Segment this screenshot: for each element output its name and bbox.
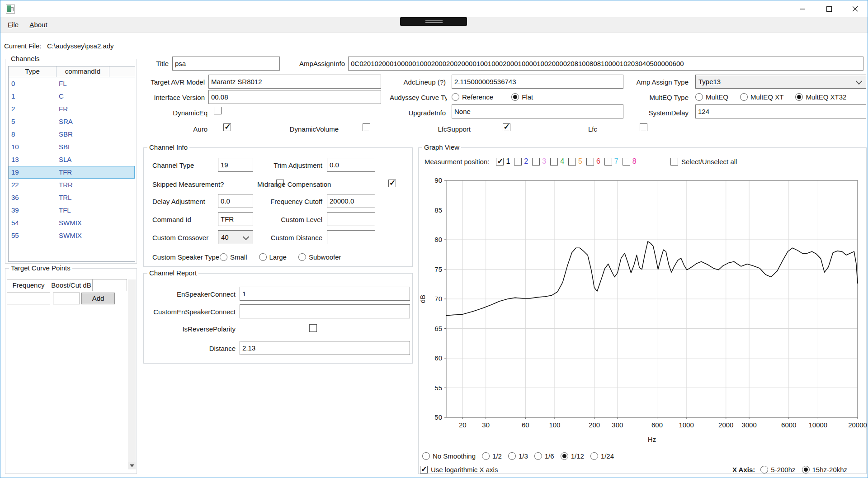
close-button[interactable] xyxy=(842,1,868,17)
cell-commandid: SRA xyxy=(57,115,109,128)
dynamic-eq-checkbox[interactable] xyxy=(214,107,222,114)
table-row[interactable]: 36TRL xyxy=(9,191,135,204)
target-avr-model-input[interactable]: Marantz SR8012 xyxy=(208,75,381,89)
column-header-boostcut[interactable]: Boost/Cut dB xyxy=(50,279,93,291)
radio-icon[interactable] xyxy=(259,253,267,261)
target-curve-scrollbar[interactable] xyxy=(128,279,136,469)
svg-text:20000: 20000 xyxy=(848,421,867,429)
amp-assign-info-input[interactable]: 0C02010200010000010002000200200001001000… xyxy=(348,57,863,71)
radio-large[interactable]: Large xyxy=(259,253,287,261)
trim-adjustment-input[interactable]: 0.0 xyxy=(327,158,375,172)
table-row[interactable]: 0FL xyxy=(9,77,135,90)
radio-no-smoothing[interactable]: No Smoothing xyxy=(422,452,476,460)
radio-icon[interactable] xyxy=(482,452,490,460)
log-x-checkbox[interactable] xyxy=(420,466,428,473)
radio-icon[interactable] xyxy=(740,93,748,101)
radio-multeq[interactable]: MultEQ xyxy=(695,93,728,101)
table-row[interactable]: 55SWMIX xyxy=(9,229,135,242)
is-reverse-polarity-checkbox[interactable] xyxy=(309,324,317,332)
cell-commandid: TRR xyxy=(57,179,109,191)
radio-icon[interactable] xyxy=(508,452,516,460)
radio-flat[interactable]: Flat xyxy=(511,93,533,101)
table-row[interactable]: 2FR xyxy=(9,103,135,115)
minimize-button[interactable] xyxy=(790,1,816,17)
radio-reference[interactable]: Reference xyxy=(452,93,493,101)
channel-type-input[interactable]: 19 xyxy=(218,158,253,172)
command-id-label: Command Id xyxy=(152,216,191,224)
radio-multeq-xt32[interactable]: MultEQ XT32 xyxy=(795,93,846,101)
radio-1-24[interactable]: 1/24 xyxy=(590,452,614,460)
table-row[interactable]: 1C xyxy=(9,90,135,103)
frequency-cutoff-input[interactable]: 20000.0 xyxy=(327,194,375,208)
table-row[interactable]: 5SRA xyxy=(9,115,135,128)
auro-checkbox[interactable] xyxy=(223,123,231,131)
radio-icon[interactable] xyxy=(452,93,459,101)
custom-distance-input[interactable] xyxy=(327,230,375,244)
table-row[interactable]: 10SBL xyxy=(9,141,135,153)
boost-cut-input[interactable] xyxy=(53,293,80,304)
radio-icon[interactable] xyxy=(695,93,703,101)
system-delay-input[interactable]: 124 xyxy=(695,104,866,118)
upgrade-info-input[interactable]: None xyxy=(452,104,623,118)
adc-lineup-input[interactable]: 2.115000009536743 xyxy=(452,75,623,89)
table-row[interactable]: 8SBR xyxy=(9,128,135,141)
radio-small[interactable]: Small xyxy=(220,253,247,261)
interface-version-input[interactable]: 00.08 xyxy=(208,90,381,104)
table-row[interactable]: 13SLA xyxy=(9,153,135,166)
table-row[interactable]: 54SWMIX xyxy=(9,217,135,229)
floating-toolbar[interactable] xyxy=(400,17,467,26)
custom-crossover-combobox[interactable]: 40 xyxy=(218,230,253,244)
amp-assign-type-combobox[interactable]: Type13 xyxy=(695,75,866,89)
radio-icon[interactable] xyxy=(561,452,568,460)
scrollbar-down-button[interactable] xyxy=(128,462,136,469)
radio-5-200hz[interactable]: 5-200hz xyxy=(760,466,795,473)
custom-en-speaker-connect-input[interactable] xyxy=(240,304,410,318)
lfc-support-checkbox[interactable] xyxy=(503,123,510,131)
skipped-measurement-label: Skipped Measurement? xyxy=(152,180,224,189)
table-row[interactable]: 19TFR xyxy=(9,166,135,179)
radio-icon[interactable] xyxy=(511,93,519,101)
command-id-input[interactable]: TFR xyxy=(218,212,253,226)
maximize-button[interactable] xyxy=(816,1,842,17)
radio-icon[interactable] xyxy=(760,466,768,473)
add-button[interactable]: Add xyxy=(81,293,115,304)
title-input[interactable]: psa xyxy=(172,57,280,71)
target-curve-group-title: Target Curve Points xyxy=(9,264,72,272)
radio-icon[interactable] xyxy=(220,253,227,261)
en-speaker-connect-input[interactable]: 1 xyxy=(240,287,410,301)
radio-label: MultEQ xyxy=(706,93,728,101)
radio-1-2[interactable]: 1/2 xyxy=(482,452,502,460)
cell-commandid: C xyxy=(57,90,109,103)
lfc-checkbox[interactable] xyxy=(640,123,647,131)
column-header-commandid[interactable]: commandId xyxy=(57,66,109,77)
table-row[interactable]: 39TFL xyxy=(9,204,135,217)
radio-icon[interactable] xyxy=(298,253,306,261)
radio-icon[interactable] xyxy=(795,93,803,101)
cell-type: 13 xyxy=(9,153,57,166)
cell-type: 54 xyxy=(9,217,57,229)
frequency-input[interactable] xyxy=(7,293,50,304)
dynamic-volume-checkbox[interactable] xyxy=(363,123,370,131)
radio-multeq-xt[interactable]: MultEQ XT xyxy=(740,93,783,101)
midrange-compensation-checkbox[interactable] xyxy=(388,180,396,187)
radio-15hz-20khz[interactable]: 15hz-20khz xyxy=(802,466,848,473)
radio-label: 1/24 xyxy=(601,452,614,460)
custom-level-input[interactable] xyxy=(327,212,375,226)
distance-input[interactable]: 2.13 xyxy=(240,341,410,355)
menu-about[interactable]: About xyxy=(25,20,52,29)
radio-icon[interactable] xyxy=(534,452,542,460)
table-row[interactable]: 22TRR xyxy=(9,179,135,191)
column-header-type[interactable]: Type xyxy=(9,66,57,77)
radio-1-6[interactable]: 1/6 xyxy=(534,452,554,460)
column-header-frequency[interactable]: Frequency xyxy=(7,279,50,291)
radio-icon[interactable] xyxy=(802,466,810,473)
menu-file[interactable]: File xyxy=(3,20,23,29)
frequency-response-chart: 5055606570758085902030601002003006001000… xyxy=(419,148,867,455)
radio-1-3[interactable]: 1/3 xyxy=(508,452,528,460)
radio-icon[interactable] xyxy=(590,452,598,460)
delay-adjustment-input[interactable]: 0.0 xyxy=(218,194,253,208)
radio-1-12[interactable]: 1/12 xyxy=(561,452,584,460)
distance-label: Distance xyxy=(154,345,236,353)
radio-subwoofer[interactable]: Subwoofer xyxy=(298,253,341,261)
radio-icon[interactable] xyxy=(422,452,430,460)
